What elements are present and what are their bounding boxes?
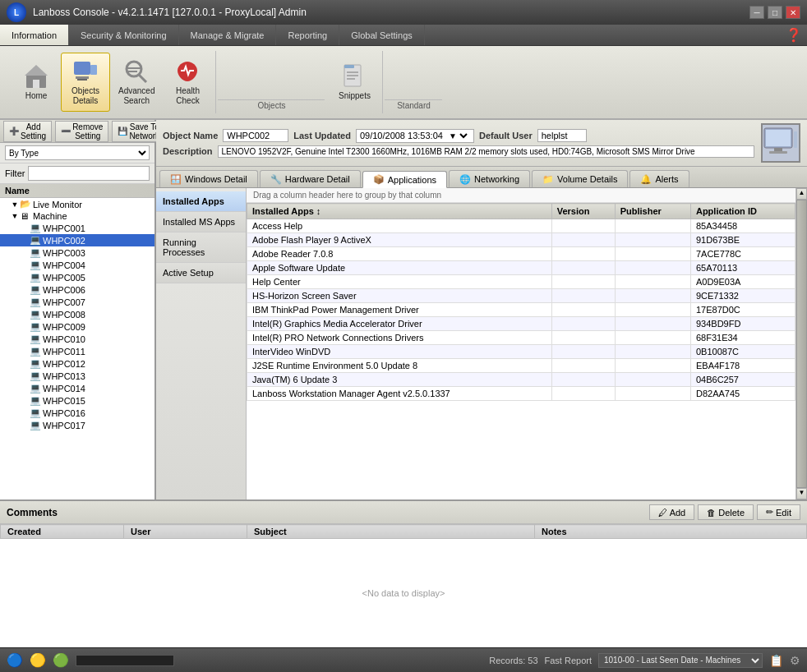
cell-app: Adobe Reader 7.0.8 (247, 247, 552, 261)
table-row[interactable]: J2SE Runtime Environment 5.0 Update 8 EB… (247, 359, 795, 373)
grid-scroll[interactable]: Installed Apps ↕ Version Publisher Appli… (247, 203, 795, 499)
table-row[interactable]: Lanboss Workstation Manager Agent v2.5.0… (247, 387, 795, 401)
cell-app: J2SE Runtime Environment 5.0 Update 8 (247, 359, 552, 373)
table-row[interactable]: IBM ThinkPad Power Management Driver 17E… (247, 303, 795, 317)
remove-setting-button[interactable]: ➖ Remove Setting (55, 121, 108, 142)
cell-publisher (615, 331, 690, 345)
tree-item-WHPC006[interactable]: 💻WHPC006 (0, 283, 154, 296)
svg-rect-12 (344, 65, 354, 68)
add-comment-button[interactable]: 🖊 Add (649, 504, 695, 520)
tree-area[interactable]: ▼ 📂 Live Monitor ▼ 🖥 Machine 💻 WHPC001 (0, 198, 154, 499)
expand-icon[interactable]: ▼ (10, 212, 20, 220)
tab-alerts[interactable]: 🔔 Alerts (629, 170, 689, 187)
tree-item-WHPC009[interactable]: 💻WHPC009 (0, 320, 154, 333)
cell-app: Adobe Flash Player 9 ActiveX (247, 233, 552, 247)
cell-version (551, 345, 615, 359)
cell-publisher (615, 233, 690, 247)
computer-icon: 💻 (30, 321, 43, 332)
edit-comment-button[interactable]: ✏ Edit (757, 504, 800, 520)
maximize-button[interactable]: □ (768, 6, 782, 19)
svg-rect-14 (347, 75, 358, 76)
add-setting-button[interactable]: ➕ Add Setting (3, 121, 52, 142)
tab-windows-detail[interactable]: 🪟 Windows Detail (159, 170, 258, 187)
by-type-select[interactable]: By Type (5, 145, 150, 160)
tree-item-WHPC007[interactable]: 💻WHPC007 (0, 296, 154, 308)
toolbar-home[interactable]: Home (12, 53, 61, 112)
tree-item-WHPC012[interactable]: 💻WHPC012 (0, 357, 154, 370)
menu-security[interactable]: Security & Monitoring (69, 25, 179, 45)
tree-item-WHPC010[interactable]: 💻WHPC010 (0, 333, 154, 345)
toolbar-advanced-search-label: AdvancedSearch (118, 86, 154, 106)
status-icon-2: 🟡 (30, 652, 46, 668)
toolbar-advanced-search[interactable]: AdvancedSearch (110, 53, 163, 112)
submenu-installed-apps[interactable]: Installed Apps (156, 191, 246, 212)
table-row[interactable]: Java(TM) 6 Update 3 04B6C257 (247, 373, 795, 387)
table-row[interactable]: Intel(R) Graphics Media Accelerator Driv… (247, 317, 795, 331)
table-row[interactable]: InterVideo WinDVD 0B10087C (247, 345, 795, 359)
tree-item-WHPC011[interactable]: 💻WHPC011 (0, 345, 154, 357)
col-publisher[interactable]: Publisher (615, 204, 690, 219)
table-row[interactable]: Access Help 85A34458 (247, 219, 795, 233)
delete-comment-button[interactable]: 🗑 Delete (698, 504, 754, 520)
scroll-down-button[interactable]: ▼ (796, 488, 807, 499)
toolbar-objects-details[interactable]: ObjectsDetails (61, 53, 110, 112)
tab-hardware-detail[interactable]: 🔧 Hardware Detail (260, 170, 361, 187)
scroll-thumb[interactable] (796, 200, 807, 488)
tree-item-WHPC017[interactable]: 💻WHPC017 (0, 419, 154, 431)
tree-item-WHPC004[interactable]: 💻WHPC004 (0, 259, 154, 271)
tree-item-live-monitor[interactable]: ▼ 📂 Live Monitor (0, 198, 154, 210)
cell-id: 68F31E34 (690, 331, 795, 345)
scroll-up-button[interactable]: ▲ (796, 188, 807, 200)
toolbar-snippets[interactable]: Snippets (330, 53, 379, 112)
cell-app: InterVideo WinDVD (247, 345, 552, 359)
table-row[interactable]: Intel(R) PRO Network Connections Drivers… (247, 331, 795, 345)
menu-reporting[interactable]: Reporting (276, 25, 339, 45)
last-updated-select[interactable]: ▼ (445, 131, 470, 141)
table-row[interactable]: HS-Horizon Screen Saver 9CE71332 (247, 289, 795, 303)
col-version[interactable]: Version (551, 204, 615, 219)
tree-item-machine[interactable]: ▼ 🖥 Machine (0, 210, 154, 222)
table-row[interactable]: Adobe Flash Player 9 ActiveX 91D673BE (247, 233, 795, 247)
tree-item-WHPC003[interactable]: 💻 WHPC003 (0, 246, 154, 259)
table-row[interactable]: Adobe Reader 7.0.8 7ACE778C (247, 247, 795, 261)
grid-scrollbar[interactable]: ▲ ▼ (795, 188, 807, 499)
cell-publisher (615, 373, 690, 387)
cell-version (551, 219, 615, 233)
right-panel: Object Name WHPC002 Last Updated 09/10/2… (156, 120, 807, 499)
tree-item-WHPC014[interactable]: 💻WHPC014 (0, 382, 154, 394)
toolbar-health-check[interactable]: HealthCheck (163, 53, 212, 112)
menu-manage[interactable]: Manage & Migrate (179, 25, 277, 45)
table-row[interactable]: Help Center A0D9E03A (247, 275, 795, 289)
close-button[interactable]: ✕ (786, 6, 800, 19)
menu-information[interactable]: Information (0, 25, 69, 45)
tree-item-WHPC016[interactable]: 💻WHPC016 (0, 407, 154, 419)
tree-item-WHPC002[interactable]: 💻 WHPC002 (0, 234, 154, 246)
filter-input[interactable] (28, 166, 150, 181)
cell-version (551, 275, 615, 289)
tab-applications[interactable]: 📦 Applications (362, 171, 447, 188)
submenu-active-setup[interactable]: Active Setup (156, 263, 246, 283)
minimize-button[interactable]: ─ (749, 6, 764, 19)
cell-app: Lanboss Workstation Manager Agent v2.5.0… (247, 387, 552, 401)
tree-item-WHPC013[interactable]: 💻WHPC013 (0, 370, 154, 382)
tree-item-WHPC001[interactable]: 💻 WHPC001 (0, 222, 154, 234)
submenu-installed-ms-apps[interactable]: Installed MS Apps (156, 212, 246, 232)
help-icon[interactable]: ❓ (786, 27, 802, 43)
cell-app: Intel(R) Graphics Media Accelerator Driv… (247, 317, 552, 331)
menu-global[interactable]: Global Settings (339, 25, 425, 45)
grid-hint: Drag a column header here to group by th… (247, 188, 795, 203)
tree-item-WHPC015[interactable]: 💻WHPC015 (0, 394, 154, 407)
fast-report-select[interactable]: 1010-00 - Last Seen Date - Machines (598, 653, 763, 668)
tab-networking[interactable]: 🌐 Networking (449, 170, 530, 187)
tab-volume-details[interactable]: 📁 Volume Details (532, 170, 628, 187)
submenu-running-processes[interactable]: Running Processes (156, 232, 246, 263)
col-installed-apps[interactable]: Installed Apps ↕ (247, 204, 552, 219)
computer-icon: 💻 (30, 297, 43, 307)
tree-item-WHPC008[interactable]: 💻WHPC008 (0, 308, 154, 320)
tree-item-WHPC005[interactable]: 💻WHPC005 (0, 271, 154, 283)
table-row[interactable]: Apple Software Update 65A70113 (247, 261, 795, 275)
comments-title: Comments (7, 507, 58, 518)
col-application-id[interactable]: Application ID (690, 204, 795, 219)
description-label: Description (163, 146, 213, 156)
expand-icon[interactable]: ▼ (10, 200, 20, 209)
